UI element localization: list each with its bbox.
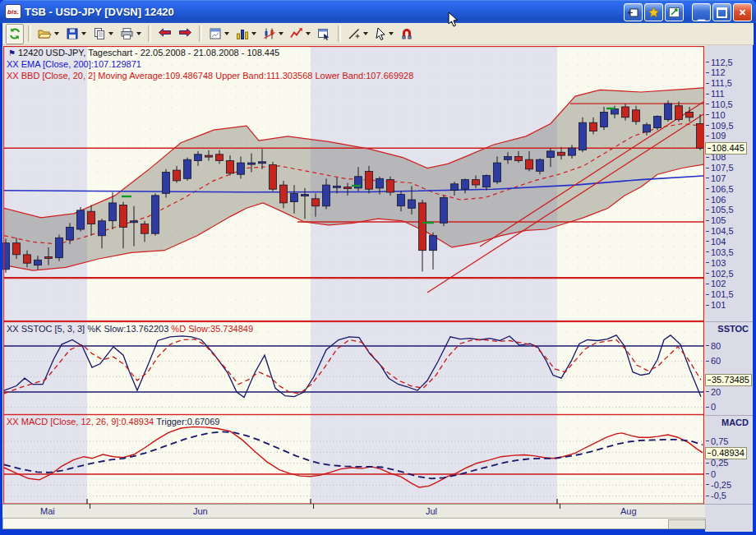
toolbar-button-chart-type[interactable] — [233, 24, 259, 44]
macd-axis-tick: 0 — [706, 469, 716, 479]
chart-graphics — [2, 45, 705, 504]
sstoc-axis-tick: 80 — [706, 341, 721, 351]
minimize-button[interactable]: ▁ — [692, 3, 711, 21]
price-axis-tick: 104 — [706, 237, 726, 247]
sstoc-axis-tick: 20 — [706, 387, 721, 397]
toolbar-button-new-chart[interactable] — [206, 24, 232, 44]
price-axis-tick: 107 — [706, 173, 726, 183]
price-axis-tick: 110,5 — [706, 99, 733, 109]
window-title: TSB - USD-JPY [DVSN] 12420 — [25, 6, 174, 18]
toolbar-separator — [199, 25, 202, 42]
edit-chart-button[interactable] — [665, 3, 684, 21]
horizontal-scrollbar[interactable] — [2, 518, 705, 529]
axis-separator — [705, 321, 753, 322]
dropdown-arrow-icon[interactable] — [136, 32, 141, 35]
dropdown-arrow-icon[interactable] — [251, 32, 256, 35]
app-icon: bis. — [5, 4, 21, 19]
price-axis-tick: 101 — [706, 300, 726, 310]
macd-axis-header: MACD — [721, 417, 749, 427]
time-axis[interactable]: MaiJunJulAug — [2, 504, 705, 519]
macd-axis-tick: -0,25 — [706, 480, 731, 490]
price-axis-tick: 106 — [706, 195, 726, 205]
toolbar-separator — [338, 25, 341, 42]
price-axis-tick: 105 — [706, 215, 726, 225]
toolbar-button-forward[interactable] — [176, 24, 195, 44]
price-axis-tick: 106,5 — [706, 184, 734, 194]
toolbar-button-properties[interactable] — [315, 24, 334, 44]
price-axis-tick: 111,5 — [706, 78, 732, 88]
price-axis-tick: 103 — [706, 258, 726, 268]
favorites-button[interactable] — [644, 3, 663, 21]
toolbar-button-refresh[interactable] — [6, 24, 24, 44]
toolbar-button-cursor-tool[interactable] — [372, 24, 396, 44]
toolbar-button-save[interactable] — [63, 24, 89, 44]
price-axis-tick: 112 — [706, 67, 726, 77]
dropdown-arrow-icon[interactable] — [54, 32, 59, 35]
price-axis-tick: 111 — [706, 89, 725, 99]
macd-axis-tick: 0,25 — [706, 458, 728, 468]
toolbar-button-back[interactable] — [155, 24, 174, 44]
toolbar-button-signals[interactable] — [288, 24, 313, 44]
dropdown-arrow-icon[interactable] — [81, 32, 86, 35]
dropdown-arrow-icon[interactable] — [224, 32, 229, 35]
month-tick — [313, 504, 314, 509]
dropdown-arrow-icon[interactable] — [279, 32, 284, 35]
toolbar-separator — [148, 25, 151, 42]
dropdown-arrow-icon[interactable] — [363, 32, 368, 35]
current-price-box: 108.445 — [705, 142, 747, 155]
price-axis-tick: 104,5 — [706, 226, 734, 236]
axis-separator — [705, 504, 753, 505]
month-label-mai: Mai — [40, 506, 55, 516]
sstoc-axis-header: SSTOC — [717, 324, 749, 334]
dropdown-arrow-icon[interactable] — [306, 32, 311, 35]
close-button[interactable]: ✕ — [733, 3, 752, 21]
toolbar-separator — [28, 25, 31, 42]
toolbar-button-copy[interactable] — [90, 24, 116, 44]
toolbar-button-magnet[interactable] — [398, 24, 416, 44]
titlebar-buttons: ▁✕ — [624, 3, 752, 21]
month-tick — [90, 504, 90, 509]
month-tick — [560, 504, 560, 509]
sstoc-current-box: 35.73485 — [705, 374, 752, 386]
month-label-aug: Aug — [620, 506, 637, 516]
price-axis-tick: 102 — [706, 279, 726, 288]
price-axis-tick: 112,5 — [706, 58, 733, 67]
title-bar[interactable]: bis. TSB - USD-JPY [DVSN] 12420 ▁✕ — [0, 0, 756, 23]
macd-axis-tick: 0,75 — [706, 436, 728, 446]
axis-separator — [705, 415, 753, 416]
toolbar-button-draw-line[interactable] — [345, 24, 371, 44]
price-axis[interactable]: SSTOC MACD 112,5112111,5111110,5110109,5… — [705, 45, 753, 532]
macd-current-box: 0.48934 — [705, 447, 747, 459]
price-axis-tick: 110 — [706, 110, 726, 120]
month-label-jul: Jul — [426, 506, 437, 516]
toolbar — [2, 23, 754, 45]
maximize-button[interactable] — [712, 3, 731, 21]
sstoc-axis-tick: 60 — [706, 356, 721, 366]
dropdown-arrow-icon[interactable] — [108, 32, 113, 35]
toolbar-button-indicators[interactable] — [260, 24, 286, 44]
toolbar-button-open[interactable] — [35, 24, 62, 44]
dock-window-button[interactable] — [624, 3, 643, 21]
macd-axis-tick: -0,5 — [706, 491, 726, 500]
price-axis-tick: 105,5 — [706, 205, 734, 214]
app-window: bis. TSB - USD-JPY [DVSN] 12420 ▁✕ ⚑1242… — [0, 0, 756, 535]
price-axis-tick: 102,5 — [706, 269, 734, 279]
price-axis-tick: 109,5 — [706, 121, 734, 131]
scrollbar-thumb[interactable] — [668, 519, 706, 529]
price-axis-tick: 109 — [706, 131, 726, 141]
toolbar-button-print[interactable] — [118, 24, 144, 44]
month-label-jun: Jun — [193, 506, 208, 516]
price-axis-tick: 101,5 — [706, 289, 734, 299]
price-axis-tick: 103,5 — [706, 247, 734, 257]
dropdown-arrow-icon[interactable] — [389, 32, 394, 35]
sstoc-axis-tick: 0 — [706, 402, 716, 412]
price-axis-tick: 107,5 — [706, 163, 734, 173]
